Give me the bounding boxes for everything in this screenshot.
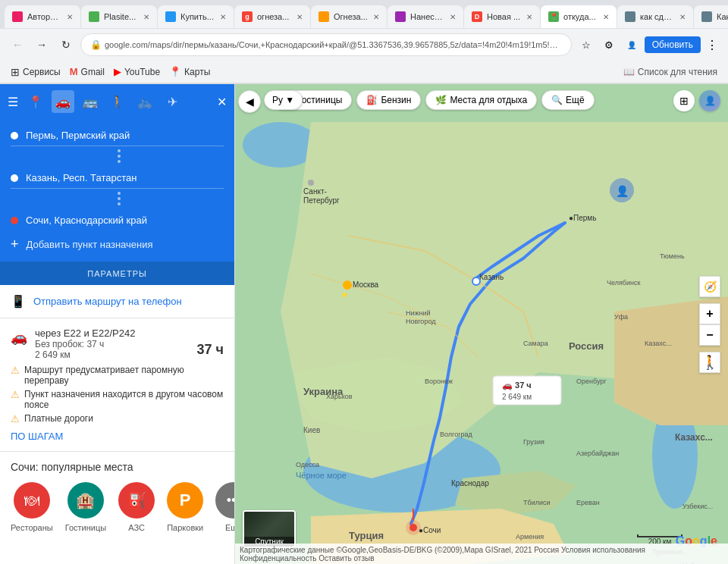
tab-title: Купить...	[180, 12, 215, 21]
search-filter-icon: 🔍	[551, 95, 563, 105]
step-by-step-link[interactable]: ПО ШАГАМ	[11, 431, 224, 442]
popular-more[interactable]: ••• Ещё	[215, 482, 235, 532]
popular-parking[interactable]: P Парковки	[167, 482, 203, 532]
svg-text:Воронеж: Воронеж	[425, 378, 453, 385]
more-label: Ещё	[225, 523, 235, 532]
hamburger-menu-icon[interactable]: ☰	[8, 95, 18, 109]
bookmark-maps[interactable]: 📍 Карты	[169, 66, 210, 77]
transport-location-btn[interactable]: 📍	[24, 90, 47, 113]
google-apps-icon[interactable]: ⊞	[673, 90, 695, 111]
filter-rest-btn[interactable]: 🌿 Места для отдыха	[425, 90, 537, 110]
bookmark-gmail[interactable]: M Gmail	[70, 66, 105, 77]
tab-otkuda[interactable]: 📍 откуда... ✕	[541, 5, 617, 28]
close-directions-icon[interactable]: ✕	[217, 95, 227, 109]
send-icon: 📱	[11, 294, 26, 309]
bookmark-label: Gmail	[81, 67, 105, 77]
tab-plasite[interactable]: Plasite... ✕	[81, 5, 157, 28]
transport-modes: 📍 🚗 🚌 🚶 🚲 ✈	[24, 90, 184, 113]
svg-text:Киев: Киев	[303, 426, 320, 434]
filter-more-btn[interactable]: 🔍 Ещё	[541, 90, 595, 110]
map-profile-avatar[interactable]: 👤	[699, 90, 720, 111]
zoom-in-button[interactable]: +	[699, 303, 720, 324]
tab-naneset[interactable]: Нанесе... ✕	[388, 5, 463, 28]
back-button[interactable]: ←	[8, 35, 27, 55]
waypoint-end[interactable]: Сочи, Краснодарский край	[11, 210, 224, 230]
tab-favicon	[89, 11, 99, 22]
extensions-icon[interactable]: ⚙	[599, 35, 619, 55]
transport-bike-btn[interactable]: 🚲	[133, 90, 156, 113]
forward-button[interactable]: →	[32, 35, 52, 55]
map-filter-bar: 🏨 Гостиницы ⛽ Бензин 🌿 Места для отдыха …	[273, 90, 595, 110]
tab-close-icon[interactable]: ✕	[373, 13, 379, 21]
popular-hotels[interactable]: 🏨 Гостиницы	[65, 482, 106, 532]
bookmark-star-icon[interactable]: ☆	[576, 35, 596, 55]
transport-bus-btn[interactable]: 🚌	[79, 90, 102, 113]
transport-car-btn[interactable]: 🚗	[52, 90, 74, 113]
zoom-out-button[interactable]: −	[699, 324, 720, 346]
warning-icon: ⚠	[11, 413, 20, 425]
tab-close-icon[interactable]: ✕	[297, 13, 303, 21]
profile-avatar[interactable]: 👤	[622, 35, 642, 55]
svg-text:●Пермь: ●Пермь	[569, 214, 596, 222]
address-bar[interactable]: 🔒 google.com/maps/dir/пермь/казань/Сочи,…	[80, 33, 572, 56]
tab-close-icon[interactable]: ✕	[603, 13, 609, 21]
popular-gas[interactable]: ⛽ АЗС	[118, 482, 155, 532]
tab-close-icon[interactable]: ✕	[526, 13, 532, 21]
route-duration: 37 ч	[197, 342, 224, 358]
add-destination-row[interactable]: + Добавить пункт назначения	[11, 230, 224, 252]
route-no-traffic: Без пробок: 37 ч	[35, 339, 104, 349]
transport-walk-btn[interactable]: 🚶	[106, 90, 129, 113]
svg-text:Москва: Москва	[353, 280, 379, 289]
tab-novaya[interactable]: D Новая ... ✕	[464, 5, 540, 28]
warning-icon: ⚠	[11, 389, 20, 400]
tab-ogneza1[interactable]: g огнеза... ✕	[234, 5, 310, 28]
tab-avtory[interactable]: Авторы... ✕	[5, 5, 80, 28]
map-area[interactable]: Санкт- Петербург Москва ⭐ Нижний Новгоро…	[235, 84, 728, 564]
svg-point-6	[308, 180, 314, 186]
popular-restaurants[interactable]: 🍽 Рестораны	[11, 482, 53, 532]
tab-title: откуда...	[563, 12, 598, 21]
tab-close-icon[interactable]: ✕	[143, 13, 149, 21]
tab-kaksde2[interactable]: Как сде... ✕	[694, 5, 728, 28]
tab-close-icon[interactable]: ✕	[220, 13, 226, 21]
apps-icon: ⊞	[11, 66, 20, 78]
tab-ogneza2[interactable]: Огнеза... ✕	[311, 5, 387, 28]
svg-text:Новгород: Новгород	[406, 318, 436, 325]
send-to-phone-button[interactable]: 📱 Отправить маршрут на телефон	[0, 285, 234, 318]
tab-favicon	[12, 11, 23, 22]
warning-tolls: ⚠ Платные дороги	[11, 413, 224, 425]
hotels-label: Гостиницы	[65, 523, 106, 532]
reading-mode-button[interactable]: 📖 Список для чтения	[623, 67, 717, 77]
bookmark-youtube[interactable]: ▶ YouTube	[114, 66, 160, 77]
svg-text:Азербайджан: Азербайджан	[576, 450, 619, 457]
filter-gas-btn[interactable]: ⛽ Бензин	[356, 90, 421, 110]
warning-icon: ⚠	[11, 365, 20, 376]
map-svg: Санкт- Петербург Москва ⭐ Нижний Новгоро…	[235, 84, 728, 564]
satellite-thumbnail[interactable]: Спутник	[243, 510, 296, 548]
language-selector[interactable]: Ру ▼	[264, 90, 303, 110]
menu-dots-icon[interactable]: ⋮	[704, 36, 720, 53]
tab-kaksde1[interactable]: как сде... ✕	[617, 5, 693, 28]
waypoint-start[interactable]: Пермь, Пермский край	[11, 125, 224, 146]
waypoint-connector	[14, 146, 224, 166]
tab-favicon	[395, 11, 406, 22]
tab-close-icon[interactable]: ✕	[450, 13, 456, 21]
route-warnings: ⚠ Маршрут предусматривает паромную переп…	[11, 365, 224, 425]
tab-close-icon[interactable]: ✕	[679, 13, 686, 21]
copyright-text: Картографические данные ©Google,GeoBasis…	[240, 546, 723, 562]
tab-close-icon[interactable]: ✕	[67, 13, 73, 21]
tab-kupit[interactable]: Купить... ✕	[158, 5, 234, 28]
waypoint-dot-start	[11, 132, 18, 139]
waypoint-mid-label: Казань, Респ. Татарстан	[26, 172, 224, 183]
waypoint-start-label: Пермь, Пермский край	[26, 130, 224, 141]
pegman-icon[interactable]: 🚶	[699, 352, 720, 373]
bookmark-label: Сервисы	[23, 67, 61, 77]
compass-icon[interactable]: 🧭	[699, 276, 720, 297]
bookmark-services[interactable]: ⊞ Сервисы	[11, 66, 61, 78]
waypoint-mid[interactable]: Казань, Респ. Татарстан	[11, 168, 224, 189]
update-button[interactable]: Обновить	[645, 36, 701, 53]
transport-plane-btn[interactable]: ✈	[161, 90, 184, 113]
direction-arrow-btn[interactable]: ◀	[238, 90, 261, 113]
refresh-button[interactable]: ↻	[56, 35, 76, 55]
svg-text:Челябинск: Челябинск	[607, 279, 640, 287]
